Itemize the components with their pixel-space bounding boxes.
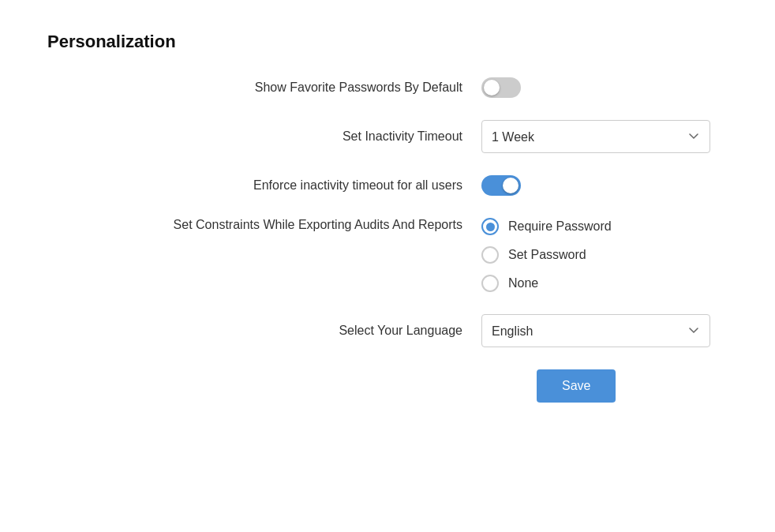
inactivity-timeout-select[interactable]: Never 15 Minutes 30 Minutes 1 Hour 4 Hou… bbox=[481, 120, 710, 153]
enforce-inactivity-toggle[interactable] bbox=[481, 175, 521, 196]
show-favorite-passwords-toggle[interactable] bbox=[481, 77, 521, 98]
enforce-inactivity-slider bbox=[481, 175, 521, 196]
show-favorite-passwords-row: Show Favorite Passwords By Default bbox=[47, 77, 710, 98]
save-button[interactable]: Save bbox=[537, 369, 616, 403]
show-favorite-passwords-control bbox=[481, 77, 710, 98]
enforce-inactivity-row: Enforce inactivity timeout for all users bbox=[47, 175, 710, 196]
radio-require-password-indicator bbox=[481, 218, 499, 235]
radio-none-label: None bbox=[508, 276, 538, 290]
radio-set-password-indicator bbox=[481, 246, 499, 264]
show-favorite-passwords-label: Show Favorite Passwords By Default bbox=[255, 81, 462, 95]
language-select[interactable]: English Spanish French German Portuguese… bbox=[481, 314, 710, 347]
export-constraints-control: Require Password Set Password None bbox=[481, 218, 710, 292]
export-constraints-radio-group: Require Password Set Password None bbox=[481, 218, 710, 292]
radio-option-set-password[interactable]: Set Password bbox=[481, 246, 710, 264]
radio-option-require-password[interactable]: Require Password bbox=[481, 218, 710, 235]
save-row: Save bbox=[47, 369, 710, 403]
language-row: Select Your Language English Spanish Fre… bbox=[47, 314, 710, 347]
page-title: Personalization bbox=[47, 32, 710, 52]
inactivity-timeout-control: Never 15 Minutes 30 Minutes 1 Hour 4 Hou… bbox=[481, 120, 710, 153]
radio-require-password-label: Require Password bbox=[508, 219, 612, 234]
radio-option-none[interactable]: None bbox=[481, 275, 710, 292]
enforce-inactivity-label: Enforce inactivity timeout for all users bbox=[253, 178, 462, 193]
enforce-inactivity-control bbox=[481, 175, 710, 196]
language-label: Select Your Language bbox=[339, 324, 462, 338]
radio-set-password-label: Set Password bbox=[508, 248, 586, 262]
inactivity-timeout-label: Set Inactivity Timeout bbox=[343, 129, 462, 144]
radio-none-indicator bbox=[481, 275, 499, 292]
show-favorite-passwords-slider bbox=[481, 77, 521, 98]
settings-form: Show Favorite Passwords By Default Set I… bbox=[47, 77, 710, 403]
export-constraints-label: Set Constraints While Exporting Audits A… bbox=[174, 218, 462, 232]
export-constraints-row: Set Constraints While Exporting Audits A… bbox=[47, 218, 710, 292]
inactivity-timeout-row: Set Inactivity Timeout Never 15 Minutes … bbox=[47, 120, 710, 153]
language-control: English Spanish French German Portuguese… bbox=[481, 314, 710, 347]
page-container: Personalization Show Favorite Passwords … bbox=[0, 0, 758, 434]
